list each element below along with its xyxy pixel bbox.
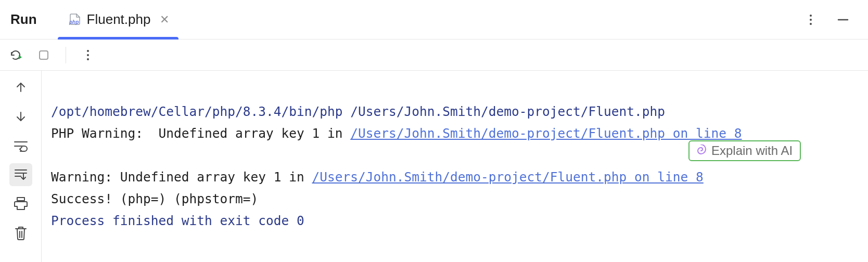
svg-point-9 — [87, 58, 89, 60]
tab-label: Fluent.php — [87, 11, 151, 28]
ai-spiral-icon — [695, 145, 707, 157]
svg-point-3 — [810, 23, 812, 25]
header-right-actions — [801, 10, 863, 29]
print-icon[interactable] — [9, 192, 32, 215]
run-panel-title: Run — [10, 11, 37, 28]
exit-code-line: Process finished with exit code 0 — [51, 213, 304, 228]
php-warning-line: PHP Warning: Undefined array key 1 in /U… — [51, 126, 742, 141]
more-options-icon[interactable] — [801, 10, 820, 29]
svg-point-2 — [810, 19, 812, 21]
soft-wrap-icon[interactable] — [9, 134, 32, 157]
run-panel-header: Run php Fluent.php ✕ — [0, 0, 868, 40]
warning-source-link-1[interactable]: /Users/John.Smith/demo-project/Fluent.ph… — [350, 126, 742, 141]
rerun-button[interactable] — [6, 46, 25, 64]
down-stack-icon[interactable] — [9, 105, 32, 128]
svg-marker-5 — [19, 55, 22, 59]
toolbar-more-icon[interactable] — [79, 46, 97, 64]
svg-text:php: php — [69, 19, 79, 25]
svg-rect-17 — [17, 198, 24, 201]
svg-rect-6 — [40, 51, 48, 59]
warning-line: Warning: Undefined array key 1 in /Users… — [51, 169, 704, 185]
command-line: /opt/homebrew/Cellar/php/8.3.4/bin/php /… — [51, 104, 665, 119]
run-gutter — [0, 71, 42, 262]
tab-fluent-php[interactable]: php Fluent.php ✕ — [58, 0, 179, 39]
svg-point-1 — [810, 15, 812, 17]
toolbar-separator — [66, 47, 66, 63]
php-file-icon: php — [67, 14, 82, 26]
svg-point-8 — [87, 54, 89, 56]
console-output[interactable]: /opt/homebrew/Cellar/php/8.3.4/bin/php /… — [42, 71, 868, 262]
close-tab-icon[interactable]: ✕ — [160, 13, 169, 27]
trash-icon[interactable] — [9, 221, 32, 244]
svg-point-7 — [87, 50, 89, 52]
minimize-icon[interactable] — [834, 10, 852, 29]
explain-with-ai-button[interactable]: Explain with AI — [688, 140, 801, 161]
ai-badge-label: Explain with AI — [711, 145, 793, 157]
success-line: Success! (php=) (phpstorm=) — [51, 191, 258, 206]
scroll-to-end-icon[interactable] — [9, 163, 32, 186]
stop-button[interactable] — [34, 46, 53, 64]
up-stack-icon[interactable] — [9, 76, 32, 99]
run-toolbar — [0, 40, 868, 71]
warning-source-link-2[interactable]: /Users/John.Smith/demo-project/Fluent.ph… — [312, 169, 704, 185]
